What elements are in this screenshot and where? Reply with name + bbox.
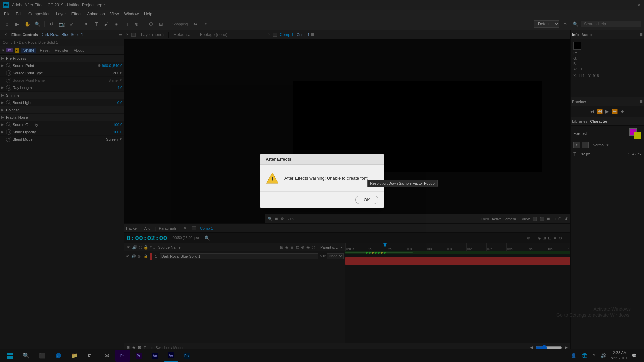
dialog-message: After Effects warning: Unable to create … (284, 176, 369, 181)
ok-button[interactable]: OK (355, 196, 378, 204)
dialog-body: ! After Effects warning: Unable to creat… (260, 165, 384, 191)
dialog-title: After Effects (260, 154, 384, 165)
dialog-overlay: After Effects ! After Effects warning: U… (0, 0, 644, 362)
svg-text:!: ! (272, 176, 274, 183)
dialog-box: After Effects ! After Effects warning: U… (260, 154, 384, 208)
dialog-footer: OK (260, 191, 384, 208)
warning-icon: ! (266, 171, 279, 185)
